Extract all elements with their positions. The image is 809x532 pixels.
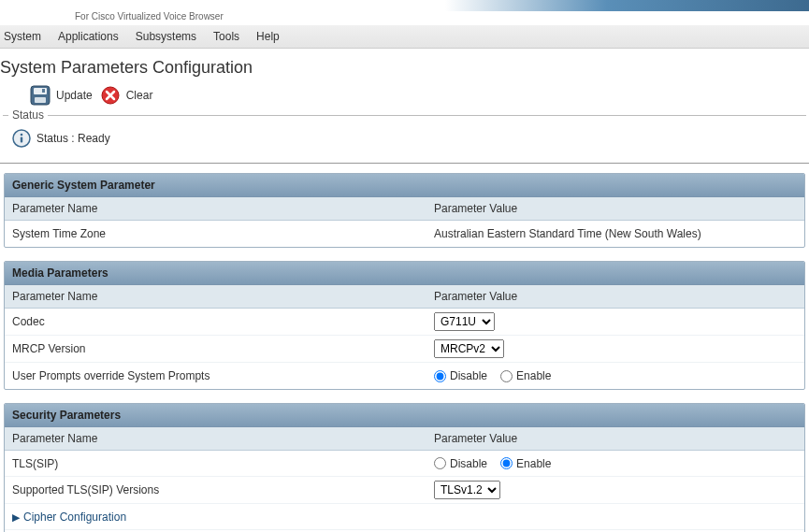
clear-icon [100,85,121,106]
toolbar: Update Clear [0,85,809,115]
row-override: User Prompts override System Prompts Dis… [5,363,804,389]
override-enable-radio[interactable] [500,370,513,382]
col-header-value: Parameter Value [426,427,804,450]
param-name-timezone: System Time Zone [5,223,426,245]
row-timezone: System Time Zone Australian Eastern Stan… [5,221,804,247]
col-header-name: Parameter Name [5,285,426,308]
header-strip [0,0,809,11]
menu-subsystems[interactable]: Subsystems [136,30,196,43]
override-enable-label: Enable [516,369,551,382]
row-cipher: ▶Cipher Configuration [5,504,804,530]
row-codec: Codec G711U [5,309,804,336]
param-name-tls: TLS(SIP) [5,453,426,475]
menu-help[interactable]: Help [256,30,280,43]
status-legend: Status [8,108,48,122]
menu-applications[interactable]: Applications [58,30,119,43]
param-name-mrcp: MRCP Version [5,338,426,360]
product-subtitle: For Cisco Virtualized Voice Browser [0,11,809,25]
override-disable-label: Disable [450,369,487,382]
row-tlsver: Supported TLS(SIP) Versions TLSv1.2 [5,477,804,504]
param-name-codec: Codec [5,310,426,333]
clear-label: Clear [126,89,153,102]
menu-system[interactable]: System [4,30,41,43]
update-label: Update [56,89,93,102]
row-tls: TLS(SIP) Disable Enable [5,451,804,477]
page-title: System Parameters Configuration [0,49,809,85]
col-header-name: Parameter Name [5,427,426,450]
param-name-override: User Prompts override System Prompts [5,365,426,387]
mrcp-select[interactable]: MRCPv2 [434,339,504,358]
param-name-tlsver: Supported TLS(SIP) Versions [5,479,426,501]
cipher-toggle[interactable]: ▶Cipher Configuration [12,510,126,524]
col-header-value: Parameter Value [426,285,804,308]
clear-button[interactable]: Clear [100,85,153,106]
override-disable-radio[interactable] [434,370,446,382]
tls-disable-label: Disable [450,457,487,470]
tlsver-select[interactable]: TLSv1.2 [434,481,500,499]
param-value-timezone: Australian Eastern Standard Time (New So… [426,223,804,244]
col-header-value: Parameter Value [426,197,804,220]
section-security-header: Security Parameters [5,404,804,427]
status-text: Status : Ready [36,132,110,145]
svg-point-8 [21,134,23,137]
update-button[interactable]: Update [30,85,93,106]
menu-tools[interactable]: Tools [213,30,239,43]
section-generic: Generic System Parameter Parameter Name … [4,173,805,248]
section-security: Security Parameters Parameter Name Param… [4,403,805,532]
section-generic-header: Generic System Parameter [5,174,804,197]
svg-rect-3 [42,89,45,93]
section-media-header: Media Parameters [5,262,804,285]
menubar: System Applications Subsystems Tools Hel… [0,25,809,49]
expand-icon: ▶ [12,511,20,523]
row-mrcp: MRCP Version MRCPv2 [5,336,804,363]
divider [0,163,809,164]
tls-enable-label: Enable [516,457,551,470]
col-header-name: Parameter Name [5,197,426,220]
tls-enable-radio[interactable] [500,457,513,469]
status-group: Status Status : Ready [3,115,806,153]
svg-rect-2 [35,97,46,103]
cipher-label: Cipher Configuration [23,510,126,524]
svg-rect-9 [21,137,22,143]
info-icon [12,129,31,148]
tls-disable-radio[interactable] [434,457,446,469]
save-icon [30,85,51,106]
codec-select[interactable]: G711U [434,312,495,331]
section-media: Media Parameters Parameter Name Paramete… [4,261,805,390]
